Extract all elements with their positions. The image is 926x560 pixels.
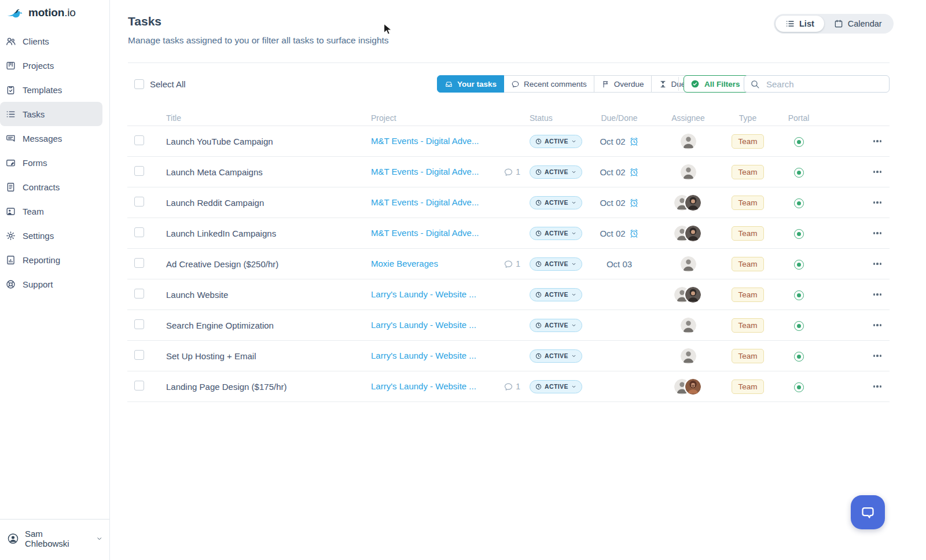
alarm-clock-icon[interactable] [629,229,639,238]
list-view-button[interactable]: List [776,16,824,32]
alarm-clock-icon[interactable] [629,137,639,146]
status-chip[interactable]: ACTIVE [530,319,582,332]
sidebar-item-label: Tasks [23,109,45,119]
task-title[interactable]: Search Engine Optimization [166,320,274,330]
status-chip[interactable]: ACTIVE [530,288,582,301]
table-row: Set Up Hosting + Email Larry's Laundy - … [127,341,890,371]
row-checkbox[interactable] [134,258,144,268]
project-link[interactable]: M&T Events - Digital Adve... [371,136,479,146]
comment-count[interactable]: 1 [498,167,525,177]
row-checkbox[interactable] [134,289,144,299]
portal-indicator[interactable] [794,137,804,147]
avatar-woman-dark[interactable] [684,194,702,212]
task-title[interactable]: Landing Page Design ($175/hr) [166,382,286,392]
task-title[interactable]: Launch LinkedIn Campaigns [166,229,276,238]
calendar-view-button[interactable]: Calendar [824,16,892,32]
list-view-label: List [799,19,814,28]
row-checkbox[interactable] [134,135,144,145]
portal-indicator[interactable] [794,290,804,300]
sidebar-item-support[interactable]: Support [0,272,109,296]
project-link[interactable]: Larry's Laundy - Website ... [371,351,476,360]
sidebar-item-team[interactable]: Team [0,199,109,223]
status-chip[interactable]: ACTIVE [530,227,582,240]
task-title[interactable]: Set Up Hosting + Email [166,351,256,361]
alarm-clock-icon[interactable] [629,167,639,177]
project-link[interactable]: Larry's Laundy - Website ... [371,289,476,299]
task-title[interactable]: Ad Creative Design ($250/hr) [166,259,278,269]
row-checkbox[interactable] [134,350,144,360]
portal-indicator[interactable] [794,382,804,392]
avatar-man[interactable] [681,318,696,333]
project-link[interactable]: M&T Events - Digital Adve... [371,197,479,207]
status-chip[interactable]: ACTIVE [530,380,582,393]
sidebar-item-templates[interactable]: Templates [0,78,109,102]
row-checkbox[interactable] [134,381,144,390]
sidebar-item-settings[interactable]: Settings [0,223,109,248]
avatar-man[interactable] [681,134,696,149]
row-checkbox[interactable] [134,166,144,176]
task-title[interactable]: Launch Website [166,290,228,300]
chevron-down-icon [571,292,576,297]
tab-overdue[interactable]: Overdue [594,75,652,93]
sidebar-item-tasks[interactable]: Tasks [0,102,102,126]
sidebar-item-contracts[interactable]: Contracts [0,175,109,199]
row-menu-button[interactable] [865,171,890,172]
brand-logo[interactable]: motion.io [7,5,76,20]
row-menu-button[interactable] [865,324,890,326]
comment-count[interactable]: 1 [498,259,525,269]
sidebar-item-reporting[interactable]: Reporting [0,248,109,272]
row-menu-button[interactable] [865,355,890,356]
status-chip[interactable]: ACTIVE [530,135,582,148]
sidebar-item-projects[interactable]: Projects [0,53,109,78]
portal-indicator[interactable] [794,260,804,270]
sidebar-item-forms[interactable]: Forms [0,150,109,175]
sidebar-item-clients[interactable]: Clients [0,29,109,53]
portal-indicator[interactable] [794,198,804,208]
portal-indicator[interactable] [794,321,804,331]
row-menu-button[interactable] [865,140,890,142]
project-link[interactable]: Moxie Beverages [371,259,438,268]
project-link[interactable]: Larry's Laundy - Website ... [371,381,476,391]
status-chip[interactable]: ACTIVE [530,165,582,179]
avatar-woman-dark[interactable] [684,286,702,304]
alarm-clock-icon[interactable] [629,198,639,208]
due-date: Oct 02 [585,198,653,208]
status-chip[interactable]: ACTIVE [530,349,582,363]
row-menu-button[interactable] [865,201,890,203]
tab-your-tasks[interactable]: Your tasks [437,75,504,93]
row-menu-button[interactable] [865,263,890,264]
tab-recent-comments[interactable]: Recent comments [504,75,594,93]
avatar-man[interactable] [681,164,696,180]
portal-indicator[interactable] [794,229,804,239]
avatar-woman-warm[interactable] [684,378,702,396]
status-chip[interactable]: ACTIVE [530,196,582,209]
chat-widget-button[interactable] [851,495,885,529]
assignee-avatars [653,318,723,333]
select-all-checkbox[interactable] [134,79,144,89]
portal-indicator[interactable] [794,352,804,362]
project-link[interactable]: M&T Events - Digital Adve... [371,228,479,238]
avatar-man[interactable] [681,256,696,272]
avatar-woman-dark[interactable] [684,224,702,242]
row-checkbox[interactable] [134,319,144,329]
task-title[interactable]: Launch Reddit Campaign [166,198,264,208]
row-checkbox[interactable] [134,227,144,237]
task-title[interactable]: Launch Meta Campaigns [166,167,263,177]
comment-icon [511,80,520,89]
task-title[interactable]: Launch YouTube Campaign [166,137,273,146]
status-chip[interactable]: ACTIVE [530,257,582,271]
row-checkbox[interactable] [134,197,144,207]
row-menu-button[interactable] [865,385,890,387]
column-assignee: Assignee [653,113,723,123]
row-menu-button[interactable] [865,232,890,234]
search-input[interactable] [765,79,883,90]
portal-indicator[interactable] [794,168,804,178]
row-menu-button[interactable] [865,293,890,295]
comment-count[interactable]: 1 [498,382,525,392]
sidebar-item-messages[interactable]: Messages [0,126,109,150]
project-link[interactable]: M&T Events - Digital Adve... [371,167,479,176]
project-link[interactable]: Larry's Laundy - Website ... [371,320,476,330]
avatar-man[interactable] [681,348,696,364]
due-date-text: Oct 02 [600,198,625,208]
user-menu[interactable]: Sam Chlebowski [0,519,109,560]
